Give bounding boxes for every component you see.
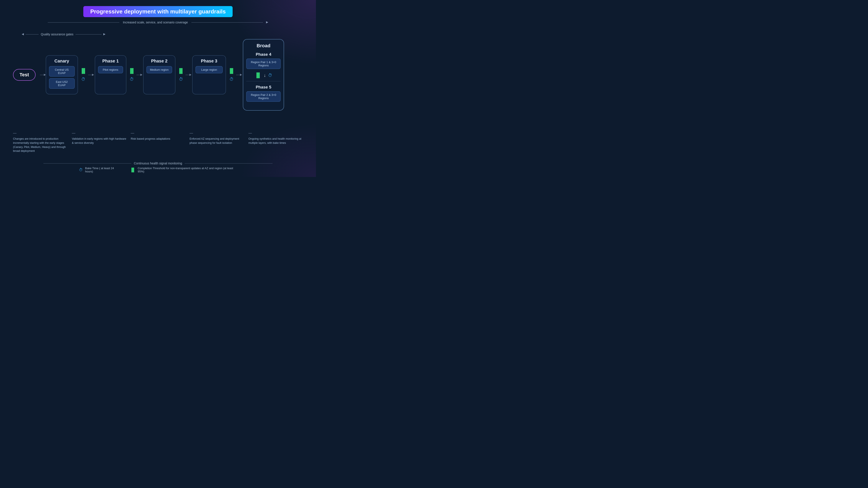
- clock-icon-phase3: ⏱: [229, 77, 234, 82]
- page-title: Progressive deployment with multilayer g…: [83, 6, 232, 17]
- legend-completion: ▐▌ Completion Threshold for non-transpar…: [130, 167, 237, 173]
- monitoring-line-right: [185, 163, 273, 164]
- legend-completion-text: Completion Threshold for non-transparent…: [137, 167, 237, 173]
- phase1-title: Phase 1: [102, 59, 119, 64]
- scale-line-left: [48, 22, 119, 23]
- phase2-region-1: Medium region: [147, 66, 172, 73]
- canary-icons-connector: ▐▌ ⏱: [79, 68, 94, 82]
- legend-clock-icon: ⏱: [79, 168, 83, 172]
- phase1-box: Phase 1 Pilot regions: [95, 55, 126, 94]
- phase4-region: Region Pair 1 & 3+0 Regions: [246, 59, 281, 69]
- canary-title: Canary: [55, 59, 69, 64]
- phase4-label: Phase 4: [256, 52, 271, 57]
- desc-text-1: Validation in early regions with high ha…: [72, 137, 126, 145]
- descriptions-area: — Changes are introduced to production i…: [13, 131, 303, 153]
- legend-bar-icon: ▐▌: [130, 168, 135, 172]
- phase3-icons: ▐▌ ⏱: [228, 68, 235, 82]
- canary-region-2: East US2 EUAP: [49, 78, 75, 89]
- phase5-label: Phase 5: [256, 85, 271, 90]
- legend-bake-time: ⏱ Bake Time ( at least 24 hours): [79, 167, 121, 173]
- phase3-icons-connector: ▐▌ ⏱: [227, 68, 242, 82]
- desc-item-1: — Validation in early regions with high …: [72, 131, 126, 145]
- desc-text-0: Changes are introduced to production inc…: [13, 137, 67, 153]
- quality-arrow-right: [103, 33, 105, 35]
- bar-chart-icon-phase2: ▐▌: [178, 68, 184, 74]
- bar-chart-icon-broad: ▐▌: [255, 72, 261, 78]
- clock-icon-broad: ⏱: [268, 73, 272, 78]
- broad-icons-row: ▐▌ ↓ ⏱: [255, 72, 272, 78]
- quality-arrow-left: [22, 33, 24, 35]
- canary-region-1: Central US EUAP: [49, 66, 75, 76]
- clock-icon-phase2: ⏱: [179, 77, 183, 82]
- legend-bake-time-text: Bake Time ( at least 24 hours): [85, 167, 121, 173]
- desc-item-4: — Ongoing synthetics and health monitori…: [248, 131, 303, 145]
- broad-box: Broad Phase 4 Region Pair 1 & 3+0 Region…: [243, 39, 284, 110]
- phase2-icons: ▐▌ ⏱: [178, 68, 184, 82]
- down-arrow-icon: ↓: [264, 73, 266, 78]
- phase1-icons-connector: ▐▌ ⏱: [127, 68, 142, 82]
- phase3-region-1: Large region: [195, 66, 223, 73]
- phase1-region-1: Pilot regions: [98, 66, 123, 73]
- phase1-icons: ▐▌ ⏱: [128, 68, 135, 82]
- desc-item-3: — Enforced AZ sequencing and deployment …: [190, 131, 244, 145]
- phase3-box: Phase 3 Large region: [192, 55, 226, 94]
- scale-arrow: [266, 21, 268, 24]
- monitoring-label: Continuous health signal monitoring: [134, 162, 182, 165]
- phase2-title: Phase 2: [151, 59, 167, 64]
- desc-text-3: Enforced AZ sequencing and deployment ph…: [190, 137, 244, 145]
- connector-canary-phase1: [88, 74, 94, 76]
- connector-phase1-phase2: [136, 74, 142, 76]
- phase2-icons-connector: ▐▌ ⏱: [176, 68, 191, 82]
- canary-icons: ▐▌ ⏱: [80, 68, 87, 82]
- connector-test-canary: [40, 74, 46, 76]
- legend: ⏱ Bake Time ( at least 24 hours) ▐▌ Comp…: [79, 167, 237, 173]
- test-badge: Test: [13, 69, 36, 81]
- clock-icon-canary: ⏱: [81, 77, 86, 82]
- main-content: Test Canary Central US EUAP East US2 EUA…: [13, 39, 303, 110]
- connector-phase2-phase3: [186, 74, 191, 76]
- bar-chart-icon-canary: ▐▌: [80, 68, 87, 74]
- broad-title: Broad: [257, 43, 271, 48]
- desc-item-2: — Risk based progress adaptations: [131, 131, 185, 141]
- phase5-region: Region Pair 2 & 3+0 Regions: [246, 91, 281, 102]
- scale-bar: Increased scale, service, and scenario c…: [48, 21, 268, 24]
- monitoring-line-left: [43, 163, 131, 164]
- scale-line-right: [191, 22, 263, 23]
- desc-item-0: — Changes are introduced to production i…: [13, 131, 67, 153]
- quality-label: Quality assurance gates: [41, 33, 73, 36]
- desc-text-2: Risk based progress adaptations: [131, 137, 185, 141]
- bar-chart-icon-phase3: ▐▌: [228, 68, 235, 74]
- monitoring-bar: Continuous health signal monitoring: [43, 162, 273, 165]
- phase2-box: Phase 2 Medium region: [143, 55, 175, 94]
- quality-bar: Quality assurance gates: [22, 33, 105, 36]
- scale-label: Increased scale, service, and scenario c…: [123, 21, 188, 24]
- bar-chart-icon-phase1: ▐▌: [128, 68, 135, 74]
- connector-phase3-broad: [236, 74, 242, 76]
- desc-text-4: Ongoing synthetics and health monitoring…: [248, 137, 303, 145]
- broad-divider: [246, 81, 281, 82]
- canary-box: Canary Central US EUAP East US2 EUAP: [46, 55, 78, 94]
- phase3-title: Phase 3: [201, 59, 217, 64]
- clock-icon-phase1: ⏱: [129, 77, 134, 82]
